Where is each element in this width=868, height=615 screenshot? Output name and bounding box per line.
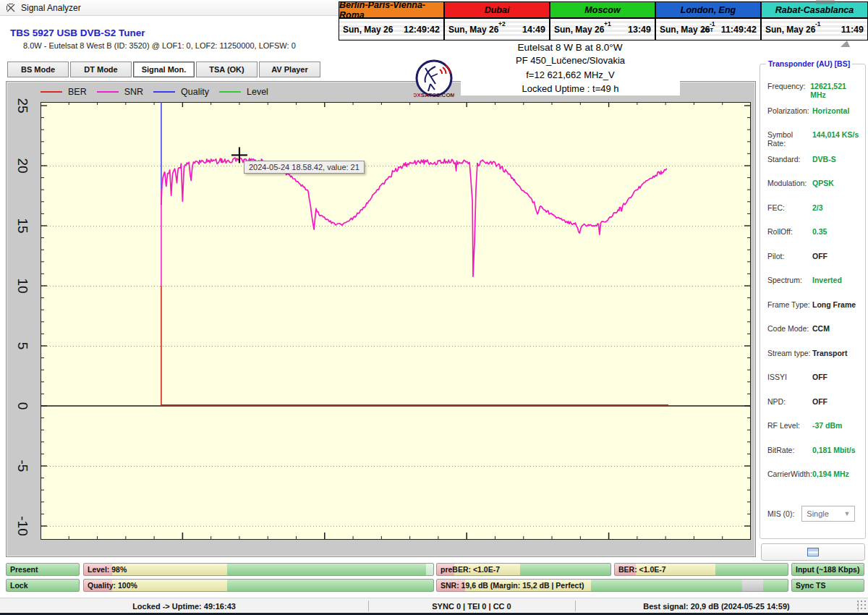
clock-time: 13:49 [628,25,651,35]
transponder-row-pilot: Pilot:OFF [767,252,861,260]
svg-text:DXSATCS.COM: DXSATCS.COM [414,92,454,98]
chevron-down-icon: ▼ [843,510,850,517]
gauge-input-188-kbps-: Input (~188 Kbps) [791,563,864,576]
clock-cell: Rabat-CasablancaSun, May 26-111:49 [762,2,867,40]
field-value: 0,181 Mbit/s [812,446,856,454]
tab-signal-mon-[interactable]: Signal Mon. [133,62,195,77]
statusbar-separator [575,601,576,611]
y-tick-label: 0 [14,391,30,420]
clock-city: Dubai [445,2,549,19]
field-label: Frame Type: [767,300,812,309]
gauge-ber: BER: <1.0E-7 [614,563,788,576]
field-value: QPSK [812,179,834,187]
panel-toggle-button[interactable] [761,543,865,561]
y-tick-label: 25 [14,91,30,120]
y-tick-label: 5 [14,331,30,360]
legend-label: Level [247,87,268,97]
legend-label: SNR [124,87,143,97]
clock-city: Berlin-Paris-Vienna-Roma [339,2,443,19]
clock-time: 11:49:42 [721,25,757,35]
field-label: CarrierWidth: [767,470,812,478]
legend-item-level: Level [219,87,268,97]
window-title: Signal Analyzer [21,3,81,13]
gauge-present: Present [6,563,80,576]
transponder-row-modulation: Modulation:QPSK [767,179,861,187]
mis-dropdown[interactable]: Single▼ [801,506,855,522]
field-value: OFF [812,373,827,381]
gauge-quality: Quality: 100% [83,579,434,592]
field-label: Frequency: [767,82,810,99]
field-value: DVB-S [812,155,836,164]
list-icon [807,548,819,556]
clock-date: Sun, May 26 [343,25,393,35]
field-value: Horizontal [812,106,849,115]
field-label: NPD: [767,397,812,406]
chart-legend: BERSNRQualityLevel [41,87,268,97]
tab-bs-mode[interactable]: BS Mode [7,62,69,77]
dxsatcs-logo: DXSATCS.COM [414,59,454,100]
legend-swatch [97,91,119,93]
transponder-row-streamtype: Stream type:Transport [767,349,861,357]
clock-cell: MoscowSun, May 26+113:49 [550,2,656,40]
statusbar-segment-2: Best signal: 20,9 dB (2024-05-25 14:59) [575,598,858,614]
field-label: RollOff: [767,227,812,236]
transponder-panel: Transponder (AU) [BS] Frequency:12621,52… [760,64,866,539]
transponder-row-npd: NPD:OFF [767,397,861,406]
dst-flag: DST [702,27,713,33]
field-value: 0,194 MHz [812,470,849,478]
legend-label: BER [68,87,87,97]
clock-date: Sun, May 26 [765,25,815,35]
resize-grip[interactable] [856,600,867,610]
site-name: PF 450_Lučenec/Slovakia [461,55,680,66]
tuner-name: TBS 5927 USB DVB-S2 Tuner [10,27,145,38]
tab-av-player[interactable]: AV Player [259,62,320,77]
transponder-row-codemode: Code Mode:CCM [767,324,861,333]
field-value: 12621,521 MHz [810,82,861,99]
clock-city: Rabat-Casablanca [762,2,867,19]
mis-row: MIS (0): Single▼ [767,506,855,522]
world-clocks: Berlin-Paris-Vienna-RomaSun, May 2612:49… [339,1,868,41]
cursor-artifact [841,41,850,47]
clock-time: 12:49:42 [404,25,440,35]
tuner-subtitle: 8.0W - Eutelsat 8 West B (ID: 3520) @ LO… [23,41,296,50]
field-label: BitRate: [767,446,812,454]
field-value: 0.35 [812,227,827,236]
legend-item-ber: BER [41,87,87,97]
field-value: Long Frame [812,300,856,309]
locked-uptime-line: Locked Uptime : t=49 h [461,83,680,94]
gauge-snr: SNR: 19,6 dB (Margin: 15,2 dB | Perfect) [436,579,788,592]
transponder-row-standard: Standard:DVB-S [767,155,861,164]
field-label: Modulation: [767,179,812,187]
y-tick-label: -10 [14,512,30,540]
field-label: Code Mode: [767,324,812,333]
tab-tsa-ok-[interactable]: TSA (OK) [196,62,258,77]
gauge-preber: preBER: <1.0E-7 [436,563,611,576]
field-value: Transport [812,349,847,357]
clock-cell: DubaiSun, May 26+214:49 [445,2,550,40]
clock-time: 14:49 [522,25,545,35]
chart-panel: BERSNRQualityLevel 2520151050-5-10 2024-… [6,81,756,557]
field-label: Pilot: [767,252,812,260]
utc-offset: -1 [815,20,821,27]
signal-plot[interactable] [41,102,751,540]
transponder-row-symbolrate: Symbol Rate:144,014 KS/s [767,130,861,148]
transponder-row-bitrate: BitRate:0,181 Mbit/s [767,446,861,454]
occluded-window-artifact [816,0,835,4]
field-value: CCM [812,324,830,333]
field-label: FEC: [767,203,812,212]
legend-item-quality: Quality [153,87,209,97]
legend-swatch [219,91,241,93]
y-tick-label: -5 [14,451,30,480]
statusbar-segment-0: Locked -> Uptime: 49:16:43 [0,598,368,614]
gauge-sync-ts: Sync TS [791,579,864,592]
mis-label: MIS (0): [767,509,794,518]
transponder-row-rflevel: RF Level:-37 dBm [767,421,861,430]
statusbar-segment-1: SYNC 0 | TEI 0 | CC 0 [368,598,575,614]
y-tick-label: 10 [14,271,30,300]
field-label: Spectrum: [767,276,812,284]
field-label: Symbol Rate: [767,130,812,148]
field-label: Polarization: [767,106,812,115]
field-value: OFF [812,397,827,406]
tab-dt-mode[interactable]: DT Mode [70,62,132,77]
clock-cell: London, EngSun, May 26-1DST11:49:42 [656,2,762,40]
